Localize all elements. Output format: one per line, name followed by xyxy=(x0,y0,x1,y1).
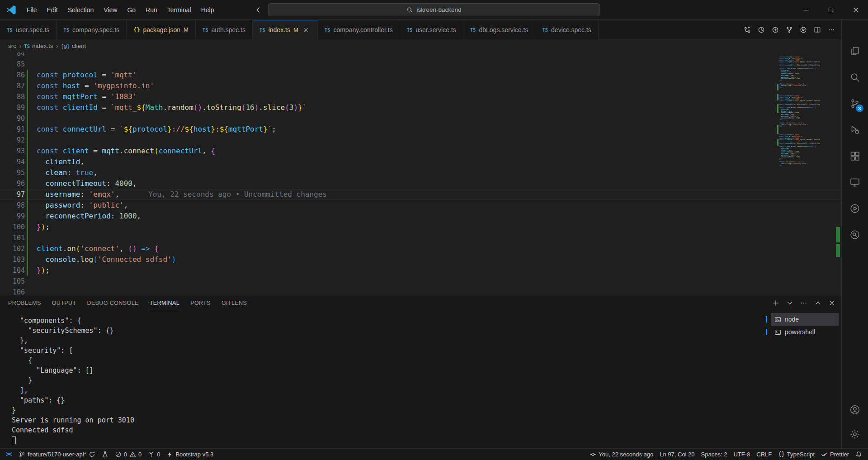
terminal-input-line[interactable] xyxy=(12,435,764,445)
panel-tab-output[interactable]: OUTPUT xyxy=(52,295,76,311)
tab-label: index.ts xyxy=(269,26,290,33)
code-line-87: 87const host = 'mygpsinfo.in' xyxy=(0,81,841,91)
testing[interactable] xyxy=(99,448,112,460)
code-text xyxy=(30,135,841,146)
menu-help[interactable]: Help xyxy=(196,3,219,17)
minimize-button[interactable] xyxy=(793,0,818,20)
panel-tab-ports[interactable]: PORTS xyxy=(190,295,211,311)
activitybar-source-control[interactable]: 3 xyxy=(844,90,866,117)
tab-auth.spec.ts[interactable]: TSauth.spec.ts xyxy=(196,20,253,39)
indentation-label: Spaces: 2 xyxy=(701,451,727,458)
close-window-button[interactable] xyxy=(843,0,868,20)
more-actions-icon xyxy=(828,26,835,33)
line-number: 88 xyxy=(0,91,25,102)
git-branch[interactable]: feature/5170-user-api* xyxy=(15,448,98,460)
vscode-logo-icon xyxy=(6,5,16,15)
panel-tab-terminal[interactable]: TERMINAL xyxy=(150,295,179,311)
eol-sequence[interactable]: CRLF xyxy=(753,448,775,460)
cursor-position[interactable]: Ln 97, Col 20 xyxy=(656,448,698,460)
activitybar-run-and-debug[interactable] xyxy=(844,117,866,143)
activitybar-extensions[interactable] xyxy=(844,143,866,169)
panel-header: PROBLEMSOUTPUTDEBUG CONSOLETERMINALPORTS… xyxy=(0,295,841,311)
menu-selection[interactable]: Selection xyxy=(63,3,99,17)
window-controls xyxy=(793,0,868,20)
remote-indicator[interactable]: >< xyxy=(3,448,15,460)
code-line-90: 90 xyxy=(0,113,841,124)
problems[interactable]: 00 xyxy=(112,448,145,460)
encoding[interactable]: UTF-8 xyxy=(730,448,753,460)
code-line-101: 101 xyxy=(0,232,841,243)
activitybar-github-actions[interactable] xyxy=(844,195,866,222)
panel-tab-debug-console[interactable]: DEBUG CONSOLE xyxy=(87,295,138,311)
gitlens-graph-button[interactable] xyxy=(784,24,795,35)
tab-company.controller.ts[interactable]: TScompany.controller.ts xyxy=(318,20,400,39)
views-and-more-actions-button[interactable] xyxy=(799,298,809,308)
panel-tab-problems[interactable]: PROBLEMS xyxy=(8,295,41,311)
run-file-button[interactable] xyxy=(798,24,809,35)
code-lines: 848586const protocol = 'mqtt'87const hos… xyxy=(0,52,841,295)
toggle-file-blame-button[interactable] xyxy=(756,24,767,35)
back-icon[interactable] xyxy=(254,6,262,14)
breadcrumb-item-index.ts[interactable]: TSindex.ts xyxy=(24,43,53,49)
live-preview-icon xyxy=(849,229,860,240)
tab-user.service.ts[interactable]: TSuser.service.ts xyxy=(400,20,463,39)
tab-user.spec.ts[interactable]: TSuser.spec.ts xyxy=(0,20,57,39)
minimap-git-added-mark xyxy=(777,139,778,146)
minimap[interactable]: const protocol = 'mqtt'const host = 'myg… xyxy=(779,52,820,188)
split-editor-button[interactable] xyxy=(812,24,823,35)
tab-dbLogs.service.ts[interactable]: TSdbLogs.service.ts xyxy=(463,20,536,39)
close-tab-icon[interactable] xyxy=(302,25,311,34)
prettier-label: Prettier xyxy=(830,451,849,458)
activitybar-search[interactable] xyxy=(844,64,866,90)
new-terminal-button[interactable] xyxy=(771,298,781,308)
tab-company.spec.ts[interactable]: TScompany.spec.ts xyxy=(57,20,127,39)
code-line-94: 94 clientId, xyxy=(0,156,841,167)
close-panel-button[interactable] xyxy=(827,298,837,308)
symbol-variable-icon: [@] xyxy=(61,43,70,49)
git-added-gutter-indicator xyxy=(25,156,30,167)
indentation[interactable]: Spaces: 2 xyxy=(698,448,731,460)
file-annotations-button[interactable] xyxy=(770,24,781,35)
activitybar-explorer[interactable] xyxy=(844,38,866,64)
activitybar-live-preview[interactable] xyxy=(844,222,866,248)
git-added-gutter-indicator xyxy=(25,222,30,232)
panel-tab-gitlens[interactable]: GITLENS xyxy=(222,295,247,311)
menu-run[interactable]: Run xyxy=(141,3,162,17)
gitlens-blame[interactable]: You, 22 seconds ago xyxy=(586,448,656,460)
menu-file[interactable]: File xyxy=(22,3,42,17)
terminal-tab-powershell[interactable]: powershell xyxy=(771,326,839,338)
line-number: 98 xyxy=(0,200,25,211)
menu-terminal[interactable]: Terminal xyxy=(162,3,196,17)
activitybar-settings[interactable] xyxy=(844,422,866,446)
terminal-output[interactable]: "components": { "securitySchemes": {} },… xyxy=(0,311,764,448)
tab-package.json[interactable]: {}package.jsonM xyxy=(127,20,196,39)
gutter xyxy=(25,59,30,70)
launch-profile-icon xyxy=(786,299,793,307)
breadcrumb-item-src[interactable]: src xyxy=(8,43,16,49)
activitybar-accounts[interactable] xyxy=(844,398,866,422)
code-line-97: 97 username: 'emqx',You, 22 seconds ago … xyxy=(0,189,841,200)
bootstrap-version[interactable]: Bootstrap v5.3 xyxy=(163,448,217,460)
forwarded-ports[interactable]: 0 xyxy=(145,448,163,460)
command-center-search[interactable]: iskreen-backend xyxy=(268,3,600,16)
launch-profile-button[interactable] xyxy=(785,298,795,308)
open-changes-button[interactable] xyxy=(742,24,753,35)
terminal-tab-node[interactable]: node xyxy=(771,313,839,326)
gutter xyxy=(25,276,30,287)
menu-go[interactable]: Go xyxy=(122,3,141,17)
menu-edit[interactable]: Edit xyxy=(42,3,63,17)
tab-device.spec.ts[interactable]: TSdevice.spec.ts xyxy=(535,20,598,39)
maximize-button[interactable] xyxy=(818,0,843,20)
activitybar-remote-explorer[interactable] xyxy=(844,169,866,195)
tab-index.ts[interactable]: TSindex.tsM xyxy=(253,20,318,39)
breadcrumb-item-client[interactable]: [@]client xyxy=(61,43,86,49)
menu-view[interactable]: View xyxy=(99,3,122,17)
notifications[interactable] xyxy=(852,448,865,460)
language-mode[interactable]: {}TypeScript xyxy=(775,448,818,460)
more-actions-button[interactable] xyxy=(826,24,837,35)
maximize-panel-button[interactable] xyxy=(813,298,823,308)
code-line-100: 100}); xyxy=(0,222,841,232)
prettier[interactable]: Prettier xyxy=(818,448,852,460)
ts-file-icon: TS xyxy=(259,27,265,33)
code-editor[interactable]: 848586const protocol = 'mqtt'87const hos… xyxy=(0,52,841,295)
